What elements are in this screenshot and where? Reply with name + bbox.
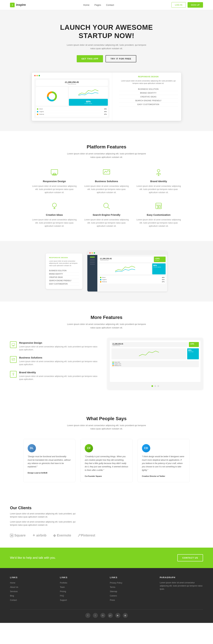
nav-links: Home Pages Contact — [83, 4, 114, 6]
more-features-content: Responsive Design Lorem ipsum dolor sit … — [10, 338, 203, 390]
feature-list-item: SEARCH ENGINE FRIENDLY — [119, 99, 178, 102]
svg-rect-26 — [12, 344, 15, 346]
showcase-feature-panel: RESPONSIVE DESIGN Lorem ipsum dolor sit … — [46, 254, 82, 289]
testimonial-avatar-3: CD — [142, 444, 150, 452]
footer-col-2: LINKS Portfolio Team Pricing FAQ Support — [60, 576, 103, 603]
try-free-button[interactable]: TRY IT FOR FREE — [106, 55, 136, 62]
signup-button[interactable]: SIGN UP — [187, 2, 203, 8]
mf-item-1: Responsive Design Lorem ipsum dolor sit … — [10, 341, 101, 351]
footer-link[interactable]: Team — [60, 586, 65, 588]
cta-banner: We'd like to help and talk with you. CON… — [0, 548, 213, 568]
get-app-button[interactable]: GET THIS APP — [77, 55, 103, 62]
logo[interactable]: I inspire — [10, 3, 26, 7]
footer-link[interactable]: Services — [10, 590, 18, 593]
footer-col-3: LINKS Privacy Policy Terms Sitemap Caree… — [110, 576, 153, 603]
clients-title: Our Clients — [10, 506, 77, 510]
mf-screenshot: £1,280,250.45 Total Revenue +24% 68% — [107, 338, 203, 390]
list-val: 42% — [104, 108, 107, 110]
search-icon — [102, 201, 111, 211]
pagination-dots — [110, 385, 200, 387]
platform-features-section: Platform Features Lorem ipsum dolor sit … — [0, 131, 213, 241]
pagination-dot-active[interactable] — [151, 385, 153, 387]
footer-col-1: LINKS Home About Us Services Blog Contac… — [10, 576, 53, 603]
feature-text: Lorem ipsum dolor sit amet consectetur a… — [84, 185, 129, 194]
nav-contact[interactable]: Contact — [106, 4, 114, 6]
feature-list-item: BUSINESS SOLUTION — [119, 87, 178, 91]
footer-link[interactable]: Careers — [110, 595, 117, 597]
footer-link[interactable]: Sitemap — [110, 590, 117, 593]
testimonial-quote: "Design must be functional and functiona… — [28, 455, 71, 468]
list-val: 27% — [104, 114, 107, 115]
list-item-2: Organic 31% — [37, 110, 107, 113]
feature-responsive: Responsive Design Lorem ipsum dolor sit … — [32, 167, 77, 194]
footer-grid: LINKS Home About Us Services Blog Contac… — [10, 576, 203, 603]
feature-title: Brand Identity — [136, 180, 181, 183]
footer-link[interactable]: Pricing — [60, 590, 66, 593]
showcase-list-item: SEARCH ENGINE FRIENDLY — [49, 279, 79, 282]
feature-list: BUSINESS SOLUTION BRAND IDENTITY CREATIV… — [119, 87, 178, 106]
browser-dot — [92, 252, 93, 254]
testimonial-avatar-2: CF — [85, 444, 93, 452]
social-twitter[interactable]: t — [93, 613, 98, 618]
social-linkedin[interactable]: in — [100, 613, 105, 618]
footer-link[interactable]: Contact — [10, 599, 17, 601]
nav-home[interactable]: Home — [83, 4, 89, 6]
hero-buttons: GET THIS APP TRY IT FOR FREE — [10, 55, 203, 62]
list-dot — [37, 108, 38, 110]
client-logo-square: ▣ Square — [10, 534, 26, 537]
client-logo-evernote: ◈ Evernote — [53, 533, 71, 538]
testimonial-avatar-1: DL — [28, 444, 36, 452]
pagination-dot[interactable] — [157, 385, 159, 387]
feature-text: Lorem ipsum dolor sit amet consectetur a… — [136, 218, 181, 228]
avatar-placeholder: CD — [142, 444, 150, 452]
testimonial-name: Design Lead at AirBnB — [28, 472, 71, 474]
footer-link[interactable]: About Us — [10, 586, 18, 588]
footer-col-4: PARAGRAPH Lorem ipsum dolor sit amet con… — [160, 576, 203, 603]
nav-pages[interactable]: Pages — [94, 4, 101, 6]
stat-label: Total Revenue — [37, 84, 107, 85]
testimonial-name: Co-Founder Square — [85, 475, 128, 477]
feature-list-item: BRAND IDENTITY — [119, 91, 178, 95]
social-facebook[interactable]: f — [85, 613, 90, 618]
more-features-title: More Features — [10, 315, 203, 320]
testimonial-card-1: DL "Design must be functional and functi… — [23, 439, 75, 482]
mockup-dashboard-panel: £1,280,250.45 Total Revenue — [32, 72, 112, 121]
svg-rect-4 — [51, 170, 58, 174]
hero-description: Lorem ipsum dolor sit amet consectetur a… — [65, 44, 148, 50]
footer-link[interactable]: Blog — [10, 595, 14, 597]
footer-link[interactable]: Press — [110, 599, 115, 601]
square-logo-box: ▣ — [10, 534, 13, 537]
footer-links-3: Privacy Policy Terms Sitemap Careers Pre… — [110, 581, 153, 602]
showcase-section: RESPONSIVE DESIGN Lorem ipsum dolor sit … — [0, 241, 213, 302]
section-title: Platform Features — [10, 144, 203, 150]
cta-button[interactable]: CONTACT US — [177, 554, 203, 562]
footer-paragraph: Lorem ipsum dolor sit amet consectetur a… — [160, 581, 203, 591]
showcase-list-item: CREATIVE IDEAS — [49, 276, 79, 279]
teal-stat-card: 68% CLICK RATE — [69, 99, 108, 106]
feature-text: Lorem ipsum dolor sit amet consectetur a… — [32, 185, 77, 194]
login-button[interactable]: LOG IN — [171, 2, 186, 8]
footer-col-title: LINKS — [60, 576, 103, 579]
social-rss[interactable]: ◉ — [123, 613, 128, 618]
browser-dot-red — [34, 75, 36, 76]
footer-link[interactable]: Privacy Policy — [110, 582, 122, 584]
mf-content-1: Responsive Design Lorem ipsum dolor sit … — [19, 341, 101, 351]
footer-link[interactable]: Home — [10, 582, 15, 584]
showcase-list: BUSINESS SOLUTION BRAND IDENTITY CREATIV… — [49, 269, 79, 286]
browser-dot-yellow — [37, 75, 38, 76]
testimonials-desc: Lorem ipsum dolor sit amet consectetur a… — [65, 424, 148, 431]
browser-dot — [89, 252, 91, 254]
footer-link[interactable]: Portfolio — [60, 582, 67, 584]
responsive-icon — [49, 167, 59, 177]
social-googleplus[interactable]: g+ — [108, 613, 113, 618]
pagination-dot[interactable] — [154, 385, 156, 387]
client-logo-airbnb: ✦ airbnb — [32, 533, 46, 538]
social-youtube[interactable]: ▶ — [115, 613, 120, 618]
footer-link[interactable]: FAQ — [60, 595, 64, 597]
footer-link[interactable]: Terms — [110, 586, 115, 588]
footer-col-title: LINKS — [110, 576, 153, 579]
testimonial-card-3: CD "I think design would be better if de… — [138, 439, 190, 482]
browser-bar — [34, 75, 109, 76]
footer-link[interactable]: Support — [60, 599, 67, 601]
feature-list-item: EASY CUSTOMIZATION — [119, 102, 178, 106]
